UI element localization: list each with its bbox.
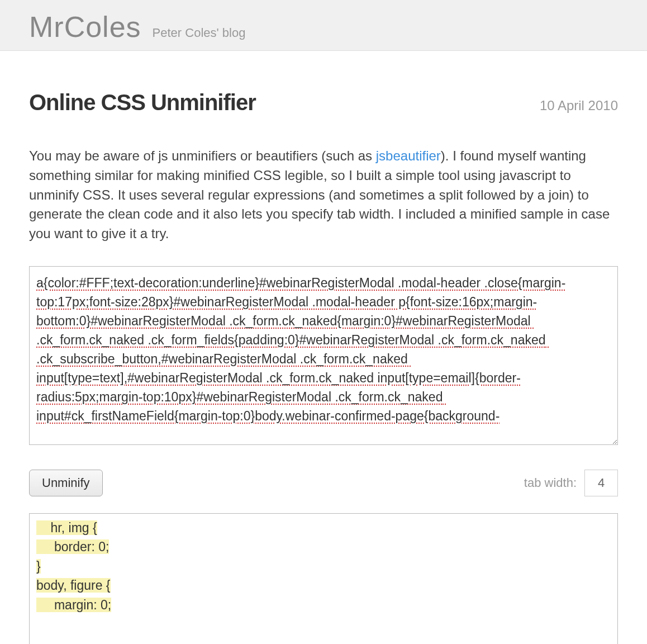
site-header: MrColes Peter Coles' blog [0, 0, 647, 51]
intro-paragraph: You may be aware of js unminifiers or be… [29, 146, 618, 244]
intro-text-before: You may be aware of js unminifiers or be… [29, 148, 376, 163]
unminify-button[interactable]: Unminify [29, 470, 103, 496]
site-subtitle: Peter Coles' blog [153, 26, 246, 40]
post-date: 10 April 2010 [540, 98, 618, 113]
tab-width-label: tab width: [524, 476, 577, 490]
css-input-textarea[interactable] [29, 266, 618, 445]
tab-width-group: tab width: [524, 470, 618, 496]
tab-width-input[interactable] [584, 470, 618, 496]
controls-row: Unminify tab width: [29, 470, 618, 496]
site-title[interactable]: MrColes [29, 10, 141, 44]
css-output-area[interactable]: hr, img { border: 0; } body, figure { ma… [29, 513, 618, 644]
jsbeautifier-link[interactable]: jsbeautifier [376, 148, 441, 163]
page-title: Online CSS Unminifier [29, 90, 256, 115]
main-content: Online CSS Unminifier 10 April 2010 You … [0, 51, 647, 644]
